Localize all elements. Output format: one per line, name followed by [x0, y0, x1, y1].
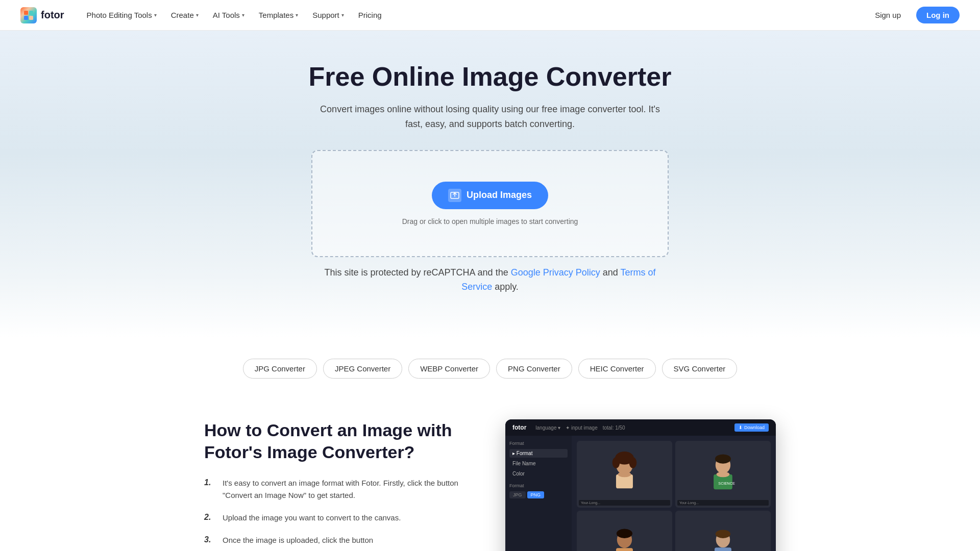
svg-rect-0 [24, 11, 28, 15]
nav-create[interactable]: Create ▾ [165, 7, 205, 23]
app-sidebar-filename: File Name [509, 459, 568, 468]
howto-title: How to Convert an Image with Fotor's Ima… [204, 419, 475, 463]
svg-point-16 [717, 471, 730, 477]
svg-text:SCIENCE: SCIENCE [718, 481, 735, 486]
app-content: Format ▸ Format File Name Color Format J… [505, 436, 776, 551]
thumbnail-1-label: Your-Long... [579, 500, 670, 506]
svg-point-21 [716, 530, 730, 538]
app-format-sub-label: Format [509, 483, 568, 488]
login-button[interactable]: Log in [916, 7, 960, 23]
app-nav-items: language ▾ ✦ input image total: 1/50 [535, 425, 625, 431]
nav-templates[interactable]: Templates ▾ [253, 7, 304, 23]
svg-point-18 [617, 529, 632, 538]
chevron-down-icon: ▾ [242, 12, 244, 18]
svg-converter-button[interactable]: SVG Converter [662, 359, 738, 379]
svg-rect-2 [24, 16, 28, 20]
logo-icon [20, 7, 37, 23]
howto-steps: 1. It's easy to convert an image format … [204, 477, 475, 546]
signup-button[interactable]: Sign up [866, 7, 910, 23]
app-top-right: ⬇ Download [734, 423, 769, 432]
app-png-format-btn[interactable]: PNG [527, 491, 545, 498]
app-download-button[interactable]: ⬇ Download [734, 423, 769, 432]
app-language-nav: language ▾ [535, 425, 560, 431]
svg-rect-1 [29, 11, 33, 15]
svg-point-8 [612, 457, 620, 468]
nav-links: Photo Editing Tools ▾ Create ▾ AI Tools … [81, 7, 866, 23]
svg-rect-22 [715, 547, 731, 551]
app-sidebar-color: Color [509, 469, 568, 478]
logo[interactable]: fotor [20, 7, 64, 23]
step-3-text: Once the image is uploaded, click the bu… [223, 534, 373, 546]
hero-subtitle: Convert images online without losing qua… [316, 102, 664, 132]
app-sidebar-format: ▸ Format [509, 449, 568, 458]
app-jpg-format-btn[interactable]: JPG [509, 491, 526, 498]
svg-rect-3 [29, 16, 33, 20]
nav-actions: Sign up Log in [866, 7, 960, 23]
nav-pricing[interactable]: Pricing [352, 7, 388, 23]
svg-rect-19 [616, 548, 633, 551]
app-total-nav: total: 1/50 [603, 425, 625, 431]
person-4-svg [690, 521, 756, 551]
jpeg-converter-button[interactable]: JPEG Converter [323, 359, 402, 379]
chevron-down-icon: ▾ [341, 12, 344, 18]
step-2-text: Upload the image you want to convert to … [223, 512, 401, 524]
svg-point-9 [629, 457, 637, 468]
app-screenshot: fotor language ▾ ✦ input image total: 1/… [505, 419, 776, 551]
heic-converter-button[interactable]: HEIC Converter [578, 359, 656, 379]
thumbnail-1: Your-Long... [577, 441, 672, 508]
step-1-text: It's easy to convert an image format wit… [223, 477, 475, 502]
nav-ai-tools[interactable]: AI Tools ▾ [207, 7, 251, 23]
step-1-num: 1. [204, 478, 216, 487]
converters-section: JPG Converter JPEG Converter WEBP Conver… [0, 338, 980, 389]
app-format-buttons: JPG PNG [509, 491, 568, 498]
app-thumbnails-grid: Your-Long... SCIENCE [572, 436, 776, 551]
howto-section: How to Convert an Image with Fotor's Ima… [184, 389, 796, 551]
upload-button-label: Upload Images [467, 190, 532, 201]
privacy-policy-link[interactable]: Google Privacy Policy [511, 267, 600, 278]
recaptcha-notice: This site is protected by reCAPTCHA and … [316, 265, 664, 295]
upload-hint: Drag or click to open multiple images to… [402, 217, 578, 226]
thumbnail-2-label: Your-Long... [677, 500, 769, 506]
nav-photo-editing-tools[interactable]: Photo Editing Tools ▾ [81, 7, 163, 23]
step-2-num: 2. [204, 513, 216, 522]
step-1: 1. It's easy to convert an image format … [204, 477, 475, 502]
thumbnail-2: SCIENCE Your-Long... [675, 441, 771, 508]
nav-support[interactable]: Support ▾ [306, 7, 350, 23]
thumbnail-4: Your-Long... [675, 511, 771, 551]
step-3: 3. Once the image is uploaded, click the… [204, 534, 475, 546]
app-brand-label: fotor [512, 424, 526, 431]
hero-section: Free Online Image Converter Convert imag… [0, 31, 980, 338]
png-converter-button[interactable]: PNG Converter [496, 359, 572, 379]
webp-converter-button[interactable]: WEBP Converter [408, 359, 490, 379]
upload-icon [448, 189, 461, 202]
thumbnail-3: Your-Long... [577, 511, 672, 551]
navbar: fotor Photo Editing Tools ▾ Create ▾ AI … [0, 0, 980, 31]
person-2-svg: SCIENCE [690, 451, 756, 498]
upload-dropzone[interactable]: Upload Images Drag or click to open mult… [311, 150, 669, 257]
upload-button[interactable]: Upload Images [432, 182, 548, 209]
chevron-down-icon: ▾ [296, 12, 298, 18]
app-format-label: Format [509, 441, 568, 446]
svg-point-11 [618, 471, 631, 477]
app-topbar: fotor language ▾ ✦ input image total: 1/… [505, 419, 776, 436]
step-2: 2. Upload the image you want to convert … [204, 512, 475, 524]
svg-point-13 [715, 454, 731, 463]
chevron-down-icon: ▾ [196, 12, 199, 18]
howto-text: How to Convert an Image with Fotor's Ima… [204, 419, 475, 546]
page-title: Free Online Image Converter [20, 61, 960, 92]
step-3-num: 3. [204, 535, 216, 544]
app-input-nav: ✦ input image [566, 425, 597, 431]
app-sidebar: Format ▸ Format File Name Color Format J… [505, 436, 572, 551]
person-3-svg [591, 521, 658, 551]
person-1-svg [591, 451, 658, 498]
chevron-down-icon: ▾ [154, 12, 157, 18]
app-screenshot-container: fotor language ▾ ✦ input image total: 1/… [505, 419, 776, 551]
converters-list: JPG Converter JPEG Converter WEBP Conver… [20, 359, 960, 379]
jpg-converter-button[interactable]: JPG Converter [243, 359, 317, 379]
logo-text: fotor [41, 9, 64, 21]
